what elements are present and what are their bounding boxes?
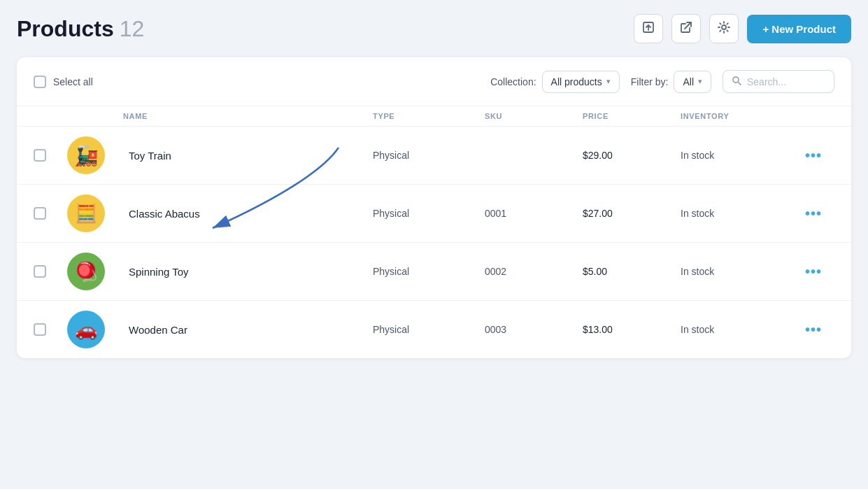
external-link-icon bbox=[679, 20, 693, 38]
row-3-sku: 0002 bbox=[485, 266, 583, 277]
row-4-image: 🚗 bbox=[67, 311, 105, 348]
row-3-checkbox[interactable] bbox=[34, 265, 46, 278]
row-1-image: 🚂 bbox=[67, 136, 105, 174]
page-header: Products 12 bbox=[17, 14, 851, 43]
products-card: Select all Collection: All products ▾ Fi… bbox=[17, 57, 851, 358]
chevron-down-icon: ▾ bbox=[606, 77, 611, 86]
row-3-image: 🪀 bbox=[67, 253, 105, 290]
settings-button[interactable] bbox=[709, 14, 739, 43]
col-head-name: NAME bbox=[123, 112, 373, 120]
product-count: 12 bbox=[120, 16, 145, 42]
filterby-label: Filter by: bbox=[631, 76, 669, 87]
row-3-inventory: In stock bbox=[681, 266, 792, 277]
export-button[interactable] bbox=[634, 14, 663, 43]
row-1-inventory: In stock bbox=[681, 150, 792, 161]
select-all-checkbox[interactable] bbox=[34, 76, 46, 88]
toolbar: Select all Collection: All products ▾ Fi… bbox=[17, 57, 851, 106]
row-2-sku: 0001 bbox=[485, 208, 583, 219]
table-row: 🪀 Spinning Toy Physical 0002 $5.00 In st… bbox=[17, 243, 851, 301]
table-body: 🚂 Toy Train Physical $29.00 In stock •••… bbox=[17, 127, 851, 358]
col-head-type: TYPE bbox=[373, 112, 485, 120]
collection-filter-group: Collection: All products ▾ bbox=[490, 71, 620, 93]
chevron-down-icon: ▾ bbox=[698, 77, 702, 86]
col-head-inventory: INVENTORY bbox=[681, 112, 792, 120]
col-head-price: PRICE bbox=[583, 112, 681, 120]
row-3-name: Spinning Toy bbox=[123, 266, 373, 278]
row-2-type: Physical bbox=[373, 208, 485, 219]
row-2-price: $27.00 bbox=[583, 208, 681, 219]
search-box bbox=[723, 70, 834, 93]
select-all-label: Select all bbox=[53, 76, 93, 87]
row-3-checkbox-wrap bbox=[34, 265, 67, 278]
row-4-sku: 0003 bbox=[485, 324, 583, 335]
row-2-checkbox-wrap bbox=[34, 207, 67, 220]
settings-icon bbox=[717, 20, 731, 38]
row-2-image: 🧮 bbox=[67, 194, 105, 232]
select-all-group: Select all bbox=[34, 76, 490, 88]
col-head-sku: SKU bbox=[485, 112, 583, 120]
page-title-group: Products 12 bbox=[17, 16, 144, 42]
row-4-inventory: In stock bbox=[681, 324, 792, 335]
row-2-checkbox[interactable] bbox=[34, 207, 46, 220]
row-2-more-button[interactable]: ••• bbox=[792, 206, 834, 222]
collection-label: Collection: bbox=[490, 76, 536, 87]
row-4-type: Physical bbox=[373, 324, 485, 335]
row-1-name: Toy Train bbox=[123, 150, 373, 162]
row-1-checkbox-wrap bbox=[34, 149, 67, 162]
collection-value: All products bbox=[551, 76, 602, 87]
row-3-type: Physical bbox=[373, 266, 485, 277]
table-row: 🧮 Classic Abacus Physical 0001 $27.00 In… bbox=[17, 185, 851, 243]
row-4-more-button[interactable]: ••• bbox=[792, 322, 834, 338]
table-row: 🚂 Toy Train Physical $29.00 In stock ••• bbox=[17, 127, 851, 185]
header-actions: + New Product bbox=[634, 14, 851, 43]
new-product-button[interactable]: + New Product bbox=[747, 15, 851, 43]
row-4-price: $13.00 bbox=[583, 324, 681, 335]
row-2-inventory: In stock bbox=[681, 208, 792, 219]
external-link-button[interactable] bbox=[671, 14, 701, 43]
svg-point-3 bbox=[733, 77, 739, 83]
collection-dropdown[interactable]: All products ▾ bbox=[542, 71, 620, 93]
toolbar-filters: Collection: All products ▾ Filter by: Al… bbox=[490, 70, 834, 93]
filterby-value: All bbox=[683, 76, 694, 87]
row-2-name: Classic Abacus bbox=[123, 208, 373, 220]
row-4-name: Wooden Car bbox=[123, 324, 373, 336]
filterby-dropdown[interactable]: All ▾ bbox=[674, 71, 711, 93]
row-4-checkbox[interactable] bbox=[34, 323, 46, 336]
export-icon bbox=[641, 20, 655, 38]
search-icon bbox=[732, 76, 741, 87]
row-1-checkbox[interactable] bbox=[34, 149, 46, 162]
row-1-type: Physical bbox=[373, 150, 485, 161]
filterby-group: Filter by: All ▾ bbox=[631, 71, 711, 93]
row-3-price: $5.00 bbox=[583, 266, 681, 277]
svg-line-4 bbox=[739, 83, 741, 85]
table-row: 🚗 Wooden Car Physical 0003 $13.00 In sto… bbox=[17, 301, 851, 358]
table-header: NAME TYPE SKU PRICE INVENTORY bbox=[17, 106, 851, 127]
row-1-price: $29.00 bbox=[583, 150, 681, 161]
row-3-more-button[interactable]: ••• bbox=[792, 264, 834, 280]
row-4-checkbox-wrap bbox=[34, 323, 67, 336]
row-1-more-button[interactable]: ••• bbox=[792, 148, 834, 164]
search-input[interactable] bbox=[747, 76, 824, 87]
page-title: Products bbox=[17, 16, 114, 42]
svg-point-2 bbox=[722, 25, 726, 29]
